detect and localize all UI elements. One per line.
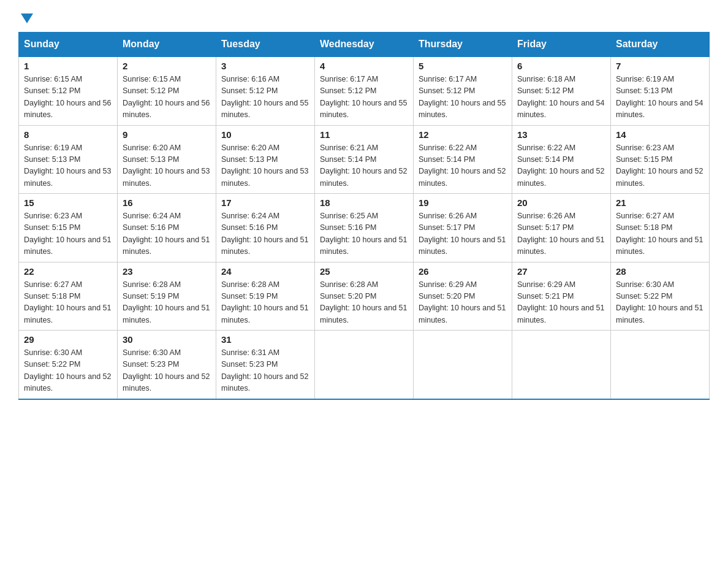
day-number: 19 [419, 197, 507, 208]
day-detail: Sunrise: 6:15 AMSunset: 5:12 PMDaylight:… [24, 74, 112, 121]
day-number: 10 [221, 129, 309, 140]
calendar-day-cell: 22Sunrise: 6:27 AMSunset: 5:18 PMDayligh… [19, 262, 118, 331]
day-number: 14 [616, 129, 704, 140]
calendar-day-cell: 17Sunrise: 6:24 AMSunset: 5:16 PMDayligh… [216, 194, 315, 262]
calendar-week-row: 29Sunrise: 6:30 AMSunset: 5:22 PMDayligh… [19, 331, 710, 399]
calendar-day-cell: 8Sunrise: 6:19 AMSunset: 5:13 PMDaylight… [19, 125, 118, 194]
day-number: 20 [517, 197, 605, 208]
day-number: 30 [123, 334, 211, 345]
page-header [18, 12, 710, 21]
day-detail: Sunrise: 6:26 AMSunset: 5:17 PMDaylight:… [517, 210, 605, 258]
logo-arrow-icon [21, 13, 33, 23]
calendar-day-cell: 5Sunrise: 6:17 AMSunset: 5:12 PMDaylight… [414, 56, 512, 125]
day-detail: Sunrise: 6:23 AMSunset: 5:15 PMDaylight:… [24, 210, 112, 258]
header-day-thursday: Thursday [414, 33, 512, 57]
calendar-day-cell: 9Sunrise: 6:20 AMSunset: 5:13 PMDaylight… [118, 125, 216, 194]
calendar-day-cell: 23Sunrise: 6:28 AMSunset: 5:19 PMDayligh… [118, 262, 216, 331]
calendar-day-cell: 4Sunrise: 6:17 AMSunset: 5:12 PMDaylight… [315, 56, 414, 125]
day-detail: Sunrise: 6:30 AMSunset: 5:22 PMDaylight:… [24, 347, 112, 395]
header-day-sunday: Sunday [19, 33, 118, 57]
calendar-day-cell [611, 331, 710, 399]
calendar-day-cell: 13Sunrise: 6:22 AMSunset: 5:14 PMDayligh… [512, 125, 611, 194]
calendar-day-cell: 19Sunrise: 6:26 AMSunset: 5:17 PMDayligh… [414, 194, 512, 262]
day-number: 27 [517, 266, 605, 277]
calendar-header-row: SundayMondayTuesdayWednesdayThursdayFrid… [19, 33, 710, 57]
day-number: 5 [419, 61, 507, 71]
day-number: 18 [320, 197, 408, 208]
calendar-day-cell: 10Sunrise: 6:20 AMSunset: 5:13 PMDayligh… [216, 125, 315, 194]
calendar-day-cell [512, 331, 611, 399]
day-number: 22 [24, 266, 112, 277]
calendar-table: SundayMondayTuesdayWednesdayThursdayFrid… [18, 32, 710, 400]
day-detail: Sunrise: 6:30 AMSunset: 5:22 PMDaylight:… [616, 279, 704, 327]
day-detail: Sunrise: 6:28 AMSunset: 5:19 PMDaylight:… [123, 279, 211, 327]
day-detail: Sunrise: 6:19 AMSunset: 5:13 PMDaylight:… [24, 142, 112, 190]
day-detail: Sunrise: 6:22 AMSunset: 5:14 PMDaylight:… [419, 142, 507, 190]
calendar-day-cell: 1Sunrise: 6:15 AMSunset: 5:12 PMDaylight… [19, 56, 118, 125]
calendar-day-cell: 11Sunrise: 6:21 AMSunset: 5:14 PMDayligh… [315, 125, 414, 194]
day-number: 24 [221, 266, 309, 277]
header-day-saturday: Saturday [611, 33, 710, 57]
calendar-day-cell [315, 331, 414, 399]
header-day-friday: Friday [512, 33, 611, 57]
header-day-wednesday: Wednesday [315, 33, 414, 57]
calendar-day-cell: 16Sunrise: 6:24 AMSunset: 5:16 PMDayligh… [118, 194, 216, 262]
calendar-day-cell: 30Sunrise: 6:30 AMSunset: 5:23 PMDayligh… [118, 331, 216, 399]
day-number: 1 [24, 61, 112, 71]
calendar-day-cell: 31Sunrise: 6:31 AMSunset: 5:23 PMDayligh… [216, 331, 315, 399]
header-day-monday: Monday [118, 33, 216, 57]
day-number: 12 [419, 129, 507, 140]
day-number: 11 [320, 129, 408, 140]
calendar-week-row: 8Sunrise: 6:19 AMSunset: 5:13 PMDaylight… [19, 125, 710, 194]
calendar-day-cell: 7Sunrise: 6:19 AMSunset: 5:13 PMDaylight… [611, 56, 710, 125]
day-detail: Sunrise: 6:30 AMSunset: 5:23 PMDaylight:… [123, 347, 211, 395]
day-detail: Sunrise: 6:20 AMSunset: 5:13 PMDaylight:… [221, 142, 309, 190]
day-number: 15 [24, 197, 112, 208]
day-number: 17 [221, 197, 309, 208]
calendar-day-cell [414, 331, 512, 399]
day-detail: Sunrise: 6:18 AMSunset: 5:12 PMDaylight:… [517, 74, 605, 121]
day-number: 6 [517, 61, 605, 71]
day-detail: Sunrise: 6:27 AMSunset: 5:18 PMDaylight:… [616, 210, 704, 258]
calendar-day-cell: 18Sunrise: 6:25 AMSunset: 5:16 PMDayligh… [315, 194, 414, 262]
day-detail: Sunrise: 6:16 AMSunset: 5:12 PMDaylight:… [221, 74, 309, 121]
calendar-week-row: 15Sunrise: 6:23 AMSunset: 5:15 PMDayligh… [19, 194, 710, 262]
day-number: 13 [517, 129, 605, 140]
day-detail: Sunrise: 6:23 AMSunset: 5:15 PMDaylight:… [616, 142, 704, 190]
day-detail: Sunrise: 6:27 AMSunset: 5:18 PMDaylight:… [24, 279, 112, 327]
day-detail: Sunrise: 6:17 AMSunset: 5:12 PMDaylight:… [320, 74, 408, 121]
day-number: 29 [24, 334, 112, 345]
day-detail: Sunrise: 6:28 AMSunset: 5:20 PMDaylight:… [320, 279, 408, 327]
calendar-day-cell: 28Sunrise: 6:30 AMSunset: 5:22 PMDayligh… [611, 262, 710, 331]
calendar-day-cell: 29Sunrise: 6:30 AMSunset: 5:22 PMDayligh… [19, 331, 118, 399]
day-number: 25 [320, 266, 408, 277]
day-detail: Sunrise: 6:21 AMSunset: 5:14 PMDaylight:… [320, 142, 408, 190]
calendar-week-row: 22Sunrise: 6:27 AMSunset: 5:18 PMDayligh… [19, 262, 710, 331]
logo [18, 12, 33, 21]
calendar-day-cell: 14Sunrise: 6:23 AMSunset: 5:15 PMDayligh… [611, 125, 710, 194]
day-number: 3 [221, 61, 309, 71]
day-number: 28 [616, 266, 704, 277]
calendar-day-cell: 3Sunrise: 6:16 AMSunset: 5:12 PMDaylight… [216, 56, 315, 125]
day-number: 26 [419, 266, 507, 277]
day-number: 9 [123, 129, 211, 140]
day-detail: Sunrise: 6:19 AMSunset: 5:13 PMDaylight:… [616, 74, 704, 121]
day-detail: Sunrise: 6:26 AMSunset: 5:17 PMDaylight:… [419, 210, 507, 258]
day-detail: Sunrise: 6:28 AMSunset: 5:19 PMDaylight:… [221, 279, 309, 327]
day-number: 7 [616, 61, 704, 71]
day-detail: Sunrise: 6:20 AMSunset: 5:13 PMDaylight:… [123, 142, 211, 190]
day-detail: Sunrise: 6:31 AMSunset: 5:23 PMDaylight:… [221, 347, 309, 395]
day-detail: Sunrise: 6:25 AMSunset: 5:16 PMDaylight:… [320, 210, 408, 258]
calendar-day-cell: 15Sunrise: 6:23 AMSunset: 5:15 PMDayligh… [19, 194, 118, 262]
day-detail: Sunrise: 6:22 AMSunset: 5:14 PMDaylight:… [517, 142, 605, 190]
day-number: 4 [320, 61, 408, 71]
day-number: 2 [123, 61, 211, 71]
calendar-day-cell: 20Sunrise: 6:26 AMSunset: 5:17 PMDayligh… [512, 194, 611, 262]
calendar-day-cell: 26Sunrise: 6:29 AMSunset: 5:20 PMDayligh… [414, 262, 512, 331]
logo-general [18, 12, 33, 23]
calendar-day-cell: 25Sunrise: 6:28 AMSunset: 5:20 PMDayligh… [315, 262, 414, 331]
day-detail: Sunrise: 6:29 AMSunset: 5:20 PMDaylight:… [419, 279, 507, 327]
day-detail: Sunrise: 6:29 AMSunset: 5:21 PMDaylight:… [517, 279, 605, 327]
calendar-day-cell: 2Sunrise: 6:15 AMSunset: 5:12 PMDaylight… [118, 56, 216, 125]
day-number: 21 [616, 197, 704, 208]
